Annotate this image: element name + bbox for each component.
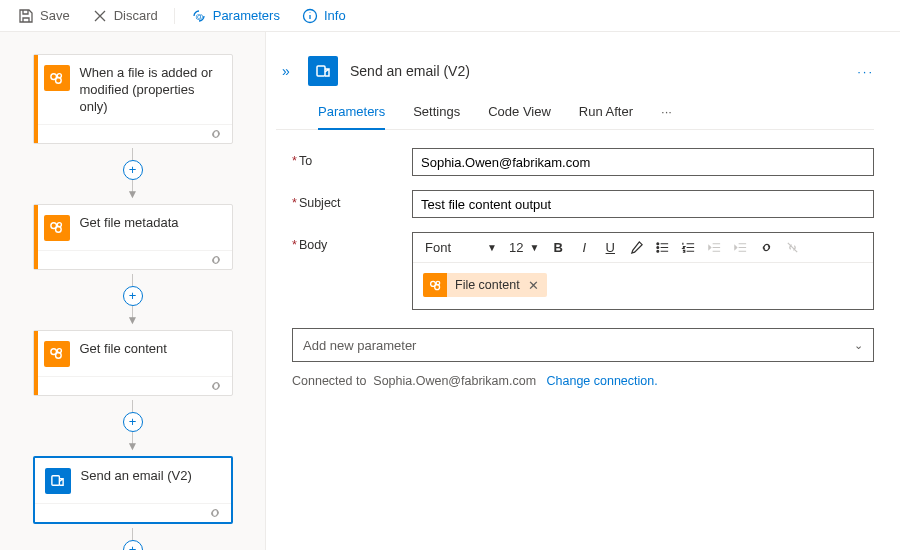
svg-point-14 (657, 247, 659, 249)
sharepoint-icon (44, 341, 70, 367)
unlink-button[interactable] (779, 235, 805, 261)
toolbar-separator (174, 8, 175, 24)
svg-rect-11 (52, 476, 60, 485)
info-button[interactable]: Info (292, 4, 356, 28)
connector: +▼ (18, 396, 247, 456)
italic-button[interactable]: I (571, 235, 597, 261)
discard-button[interactable]: Discard (82, 4, 168, 28)
parameters-button[interactable]: @ Parameters (181, 4, 290, 28)
number-list-button[interactable] (675, 235, 701, 261)
parameters-label: Parameters (213, 8, 280, 23)
tab-parameters[interactable]: Parameters (318, 98, 385, 129)
sharepoint-icon (423, 273, 447, 297)
rich-text-toolbar: Font▼ 12▼ B I U (413, 233, 873, 263)
step-title: When a file is added or modified (proper… (80, 65, 222, 116)
connector: +▼ (18, 144, 247, 204)
detail-header: » Send an email (V2) ··· (276, 50, 874, 98)
more-menu-button[interactable]: ··· (857, 64, 874, 79)
step-trigger[interactable]: When a file is added or modified (proper… (33, 54, 233, 144)
accent-bar (34, 331, 38, 395)
step-title: Get file content (80, 341, 167, 358)
save-label: Save (40, 8, 70, 23)
add-parameter-dropdown[interactable]: Add new parameter ⌄ (292, 328, 874, 362)
svg-point-9 (56, 353, 62, 359)
flow-canvas: When a file is added or modified (proper… (0, 32, 266, 550)
discard-label: Discard (114, 8, 158, 23)
tab-code-view[interactable]: Code View (488, 98, 551, 129)
svg-point-15 (657, 250, 659, 252)
info-label: Info (324, 8, 346, 23)
indent-button[interactable] (727, 235, 753, 261)
step-title: Get file metadata (80, 215, 179, 232)
link-icon (207, 505, 223, 521)
rich-text-editor: Font▼ 12▼ B I U (412, 232, 874, 310)
tab-settings[interactable]: Settings (413, 98, 460, 129)
link-icon (208, 126, 224, 142)
link-button[interactable] (753, 235, 779, 261)
token-label: File content (455, 278, 520, 292)
svg-point-6 (56, 227, 62, 233)
info-icon (302, 8, 318, 24)
sharepoint-icon (44, 65, 70, 91)
dynamic-content-token[interactable]: File content ✕ (423, 273, 547, 297)
connection-account: Sophia.Owen@fabrikam.com (373, 374, 536, 388)
step-send-email[interactable]: Send an email (V2) (33, 456, 233, 524)
outdent-button[interactable] (701, 235, 727, 261)
step-get-content[interactable]: Get file content (33, 330, 233, 396)
field-row-body: *Body Font▼ 12▼ B I U (276, 232, 874, 310)
field-row-subject: *Subject (276, 190, 874, 218)
add-parameter-label: Add new parameter (303, 338, 416, 353)
outlook-icon (308, 56, 338, 86)
add-step-button[interactable]: + (123, 540, 143, 550)
change-connection-link[interactable]: Change connection. (547, 374, 658, 388)
tab-more[interactable]: ··· (661, 98, 672, 129)
svg-rect-12 (317, 66, 325, 76)
chevron-down-icon: ⌄ (854, 339, 863, 352)
bullet-list-button[interactable] (649, 235, 675, 261)
connection-info: Connected to Sophia.Owen@fabrikam.com Ch… (276, 374, 874, 388)
link-icon (208, 378, 224, 394)
collapse-chevron-icon[interactable]: » (276, 61, 296, 81)
sharepoint-icon (44, 215, 70, 241)
add-step-button[interactable]: + (123, 160, 143, 180)
svg-point-17 (434, 284, 439, 289)
field-label-body: *Body (292, 232, 412, 252)
svg-point-13 (657, 243, 659, 245)
field-row-to: *To (276, 148, 874, 176)
body-content-area[interactable]: File content ✕ (413, 263, 873, 309)
connector: +▼ (18, 270, 247, 330)
field-label-to: *To (292, 148, 412, 168)
step-get-metadata[interactable]: Get file metadata (33, 204, 233, 270)
underline-button[interactable]: U (597, 235, 623, 261)
top-toolbar: Save Discard @ Parameters Info (0, 0, 900, 32)
add-step-button[interactable]: + (123, 286, 143, 306)
detail-tabs: Parameters Settings Code View Run After … (276, 98, 874, 130)
remove-token-button[interactable]: ✕ (528, 278, 539, 293)
svg-point-18 (436, 281, 440, 285)
step-title: Send an email (V2) (81, 468, 192, 485)
svg-point-4 (57, 73, 61, 77)
detail-pane: » Send an email (V2) ··· Parameters Sett… (266, 32, 900, 550)
bold-button[interactable]: B (545, 235, 571, 261)
parameters-icon: @ (191, 8, 207, 24)
format-painter-button[interactable] (623, 235, 649, 261)
save-button[interactable]: Save (8, 4, 80, 28)
accent-bar (34, 55, 38, 143)
save-icon (18, 8, 34, 24)
font-family-dropdown[interactable]: Font▼ (419, 240, 503, 255)
field-label-subject: *Subject (292, 190, 412, 210)
connector-end: + (18, 524, 247, 550)
add-step-button[interactable]: + (123, 412, 143, 432)
outlook-icon (45, 468, 71, 494)
subject-input[interactable] (412, 190, 874, 218)
svg-point-7 (57, 223, 61, 227)
to-input[interactable] (412, 148, 874, 176)
detail-title: Send an email (V2) (350, 63, 470, 79)
svg-point-3 (56, 77, 62, 83)
tab-run-after[interactable]: Run After (579, 98, 633, 129)
font-size-dropdown[interactable]: 12▼ (503, 240, 545, 255)
accent-bar (34, 205, 38, 269)
svg-text:@: @ (195, 12, 203, 21)
link-icon (208, 252, 224, 268)
x-icon (92, 8, 108, 24)
